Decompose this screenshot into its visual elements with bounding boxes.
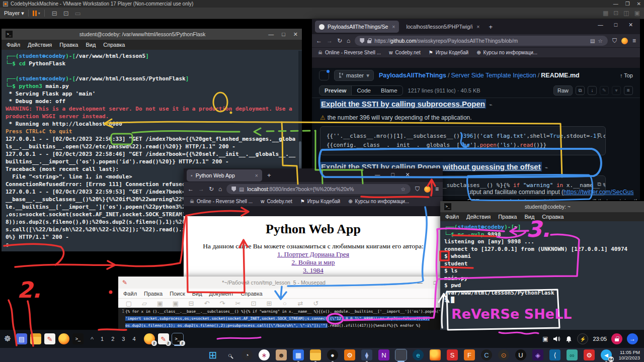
logout-button[interactable]: → bbox=[627, 333, 638, 344]
menu-icon[interactable]: ≡ bbox=[632, 37, 636, 44]
windows-clock[interactable]: 11:05 PM 10/2/2023 bbox=[619, 349, 640, 360]
tab-preview[interactable]: Preview bbox=[319, 86, 352, 95]
bookmark-item[interactable]: wCodeby.net bbox=[389, 50, 421, 55]
vscode-app[interactable]: ⟨ bbox=[549, 349, 560, 360]
pause-dropdown-icon[interactable]: ▾ bbox=[38, 11, 40, 16]
redo-icon[interactable]: ↷ bbox=[217, 298, 228, 309]
menu-item-Документ[interactable]: Документ bbox=[209, 291, 234, 297]
window-minimize-button[interactable]: — bbox=[417, 280, 423, 286]
reload-button[interactable]: ↻ bbox=[209, 186, 214, 193]
bookmark-item[interactable]: ⊕Курсы по информаци... bbox=[476, 50, 537, 55]
paste-icon[interactable]: ⊞ bbox=[264, 298, 275, 309]
workspace-switcher[interactable]: 1 2 3 4 bbox=[101, 336, 139, 342]
bookmark-item[interactable]: ☠Online - Reverse Shell ... bbox=[190, 199, 253, 204]
new-tab-button[interactable]: + bbox=[267, 171, 271, 179]
terminal1-titlebar[interactable]: >_ student@codeby: /var/www/html/lesson5… bbox=[2, 29, 302, 40]
chrome-app[interactable] bbox=[395, 349, 407, 360]
tab-close-icon[interactable]: × bbox=[476, 24, 479, 30]
forward-button[interactable]: → bbox=[327, 37, 333, 44]
firefox-app[interactable] bbox=[430, 349, 441, 360]
menu-item-Вид[interactable]: Вид bbox=[86, 42, 96, 48]
calendar-app[interactable]: ▦ bbox=[293, 349, 304, 360]
reload-button[interactable]: ↻ bbox=[337, 37, 342, 44]
clipboard-icon[interactable]: ▣ bbox=[542, 335, 548, 342]
player-menu[interactable]: Player ▾ bbox=[4, 10, 24, 17]
menu-icon[interactable]: ≡ bbox=[435, 186, 439, 193]
breadcrumb-dir-link[interactable]: Server Side Template Injection bbox=[451, 72, 536, 79]
menu-item-Справка[interactable]: Справка bbox=[240, 291, 262, 297]
book-link-3[interactable]: 3. 1984 bbox=[303, 266, 324, 274]
shapes-app[interactable]: ⧫ bbox=[361, 349, 372, 360]
c4d-app[interactable]: C bbox=[481, 349, 492, 360]
bookmark-item[interactable]: ⚑Игры Кодебай bbox=[300, 199, 340, 204]
copy-icon[interactable]: ⊡ bbox=[248, 298, 259, 309]
file-manager-icon[interactable]: ▤ bbox=[16, 333, 27, 344]
copy-raw-icon[interactable]: ⧉ bbox=[576, 86, 585, 95]
kali-menu-icon[interactable]: ☸ bbox=[2, 333, 13, 344]
menu-item-Действия[interactable]: Действия bbox=[28, 42, 52, 48]
protections-icon[interactable]: ⛉ bbox=[415, 186, 420, 193]
terminal-window-icon[interactable]: >_2 bbox=[172, 333, 183, 344]
secgus-link[interactable]: https://twitter.com/SecGus bbox=[564, 189, 633, 196]
tab-phptwig[interactable]: localhost/lesson5/PHPTwig/i× bbox=[402, 21, 484, 33]
bookmark-item[interactable]: ⚑Игры Кодебай bbox=[429, 50, 468, 55]
outline-icon[interactable]: ≡ bbox=[624, 86, 633, 95]
firefox-account-icon[interactable] bbox=[621, 38, 628, 44]
raw-button[interactable]: Raw bbox=[553, 85, 573, 96]
bookmark-star-icon[interactable]: ☆ bbox=[598, 38, 603, 44]
open-file-icon[interactable]: ▱ bbox=[139, 298, 150, 309]
window-maximize-button[interactable]: □ bbox=[614, 22, 617, 28]
onenote-app[interactable]: N bbox=[378, 349, 389, 360]
kali-clock[interactable]: 23:05 bbox=[593, 336, 607, 342]
sidebar-toggle-icon[interactable] bbox=[319, 70, 329, 80]
telegram-app[interactable]: ◄64 bbox=[601, 349, 612, 360]
portrait-app[interactable]: ☻ bbox=[276, 349, 287, 360]
anchor-link-icon[interactable]: ⌁ bbox=[545, 164, 548, 170]
new-tab-button[interactable]: + bbox=[489, 23, 493, 31]
unreal-app[interactable]: U bbox=[515, 349, 526, 360]
lock-screen-button[interactable] bbox=[611, 333, 622, 344]
volume-icon[interactable] bbox=[552, 335, 560, 343]
tab-close-icon[interactable]: × bbox=[255, 172, 258, 178]
tab-code[interactable]: Code bbox=[352, 86, 376, 95]
send-keys-icon[interactable]: ⊟ bbox=[52, 10, 57, 17]
window-minimize-button[interactable]: — bbox=[268, 31, 274, 38]
tab-close-icon[interactable]: × bbox=[392, 24, 395, 30]
save-icon[interactable]: ▣ bbox=[154, 298, 166, 309]
vmware-close-button[interactable]: ✕ bbox=[637, 1, 641, 7]
firefox1-tabstrip[interactable]: PayloadsAllTheThings/Se× localhost/lesso… bbox=[312, 19, 640, 34]
mousepad-titlebar[interactable]: ✎ *~/Рабочий стол/tmp_lesson_5 - Mousepa… bbox=[118, 277, 448, 289]
copy-code-icon[interactable]: ⧉ bbox=[597, 180, 601, 189]
firefox-icon[interactable] bbox=[58, 333, 69, 344]
tab-python-web-app[interactable]: • Python Web App× bbox=[187, 169, 262, 182]
edge-app[interactable]: e bbox=[413, 349, 424, 360]
window-close-button[interactable]: ✕ bbox=[293, 31, 298, 38]
window-maximize-button[interactable]: □ bbox=[391, 171, 394, 177]
menu-item-Вид[interactable]: Вид bbox=[192, 291, 202, 297]
back-button[interactable]: ← bbox=[188, 186, 194, 193]
terminal-icon[interactable]: >_ bbox=[72, 333, 84, 344]
menu-item-Правка[interactable]: Правка bbox=[144, 291, 163, 297]
terminal2-titlebar[interactable]: >_ student@codeby: ~ bbox=[440, 201, 644, 212]
new-file-icon[interactable]: ▢ bbox=[123, 298, 134, 309]
menu-item-Вид[interactable]: Вид bbox=[524, 214, 534, 220]
home-button[interactable]: ⌂ bbox=[218, 186, 222, 193]
branch-selector[interactable]: master▾ bbox=[334, 70, 374, 81]
tab-payloadsallthethings[interactable]: PayloadsAllTheThings/Se× bbox=[315, 21, 399, 33]
window-close-button[interactable]: ✕ bbox=[406, 171, 410, 177]
start-button[interactable]: ⊞ bbox=[207, 349, 218, 360]
goto-icon[interactable]: ↺ bbox=[310, 298, 321, 309]
notifications-bell-icon[interactable] bbox=[565, 335, 573, 343]
s-app[interactable]: S bbox=[447, 349, 458, 360]
firefox-account-icon[interactable] bbox=[424, 186, 431, 193]
shield-icon[interactable] bbox=[231, 187, 236, 192]
firefox2-tabstrip[interactable]: • Python Web App× + — □ ✕ bbox=[184, 168, 443, 182]
vmware-minimize-button[interactable]: — bbox=[613, 1, 618, 7]
reader-icon[interactable]: ▤ bbox=[590, 38, 595, 44]
back-button[interactable]: ← bbox=[316, 37, 322, 44]
menu-item-Правка[interactable]: Правка bbox=[59, 42, 78, 48]
menu-item-Поиск[interactable]: Поиск bbox=[170, 291, 185, 297]
payload-text[interactable]: {% for x in ().__class__.__base__.__subc… bbox=[125, 308, 448, 330]
book-link-2[interactable]: 2. Война и мир bbox=[291, 258, 335, 266]
search-icon[interactable]: ○ bbox=[279, 298, 290, 309]
